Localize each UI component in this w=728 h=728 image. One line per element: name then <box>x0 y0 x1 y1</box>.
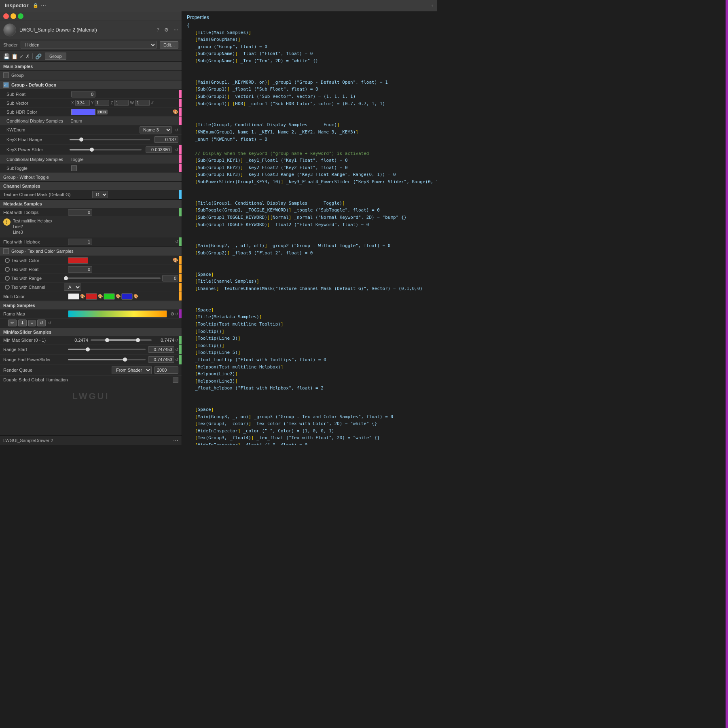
tex-float-input[interactable] <box>68 266 92 273</box>
hdr-picker-icon[interactable]: 🎨 <box>173 109 178 114</box>
ramp-controls-reset[interactable]: ↺ <box>48 321 51 325</box>
tex-color-picker[interactable]: 🎨 <box>173 258 178 263</box>
float-tooltips-input[interactable] <box>68 209 92 216</box>
settings-icon[interactable]: ⚙ <box>164 27 169 33</box>
range-start-input[interactable] <box>148 346 174 353</box>
material-name: LWGUI_Sample Drawer 2 (Material) <box>19 27 153 33</box>
tex-channel-circle <box>5 285 10 290</box>
render-queue-input[interactable] <box>154 366 178 374</box>
group-button[interactable]: Group <box>45 53 66 60</box>
tex-range-thumb[interactable] <box>64 276 68 280</box>
check-icon[interactable]: ✓ <box>19 53 24 59</box>
mc-pick4[interactable]: 🎨 <box>133 294 138 298</box>
tex-color-checkbox[interactable] <box>3 248 9 254</box>
float-helpbox-reset[interactable]: ↺ <box>175 239 178 244</box>
channel-samples-header[interactable]: Channel Samples <box>0 182 182 190</box>
tex-range-input[interactable] <box>162 275 178 281</box>
key3-float-range-track[interactable] <box>70 139 150 140</box>
key3-power-input[interactable] <box>146 146 172 153</box>
ramp-edit-btn[interactable]: ✏ <box>8 320 17 326</box>
maximize-button[interactable] <box>18 13 23 19</box>
range-end-reset[interactable]: ↺ <box>175 358 178 362</box>
ramp-reset[interactable]: ↺ <box>175 312 178 316</box>
range-end-thumb[interactable] <box>123 358 127 362</box>
kwenum-dropdown[interactable]: Name 3 Name 1 Name 2 <box>140 126 172 133</box>
ramp-bar-right <box>179 309 182 318</box>
range-start-reset[interactable]: ↺ <box>175 347 178 352</box>
group-row[interactable]: Group <box>0 70 182 80</box>
save-icon[interactable]: 💾 <box>3 53 10 59</box>
vector-x-input[interactable] <box>75 100 90 106</box>
x-label: X <box>71 101 74 105</box>
ramp-samples-header[interactable]: Ramp Samples <box>0 301 182 309</box>
render-queue-dropdown[interactable]: From Shader Opaque Transparent <box>112 366 152 374</box>
range-end-track[interactable] <box>68 359 146 360</box>
tex-color-group-row[interactable]: Group - Tex and Color Samples <box>0 246 182 256</box>
range-start-track[interactable] <box>68 349 146 350</box>
minmax-header[interactable]: MinMaxSlider Samples <box>0 328 182 336</box>
mc-pick1[interactable]: 🎨 <box>80 294 85 298</box>
close-button[interactable] <box>3 13 9 19</box>
ramp-bar[interactable] <box>68 310 167 317</box>
texture-channel-dropdown[interactable]: G R B A <box>92 191 108 198</box>
tex-color-swatch[interactable] <box>68 257 88 264</box>
group-default-open-row[interactable]: ✓ Group - Default Open <box>0 80 182 90</box>
subtoggle-checkbox[interactable] <box>71 165 77 171</box>
float-tooltips-row: Float with Tooltips <box>0 208 182 217</box>
mc-pick2[interactable]: 🎨 <box>98 294 103 298</box>
x-icon[interactable]: ✗ <box>25 53 30 59</box>
group-checkbox[interactable] <box>3 72 9 78</box>
double-sided-row: Double Sided Global Illumination <box>0 376 182 384</box>
bottom-menu-icon[interactable]: ⋯ <box>173 437 178 443</box>
mc-swatch-blue[interactable] <box>121 293 133 300</box>
float-helpbox-input[interactable] <box>68 239 92 245</box>
main-samples-header[interactable]: Main Samples <box>0 62 182 70</box>
help-icon[interactable]: ? <box>157 27 159 33</box>
lock-icon[interactable]: 🔒 <box>33 3 38 8</box>
ramp-save-btn[interactable]: ⬇ <box>18 320 27 326</box>
conditional-toggle-label: Conditional Display Samples Toggle <box>6 157 178 162</box>
mc-pick3[interactable]: 🎨 <box>116 294 121 298</box>
group-without-toggle-row[interactable]: Group - Without Toggle <box>0 173 182 182</box>
vector-y-input[interactable] <box>95 100 109 106</box>
key3-power-reset[interactable]: ↺ <box>175 148 178 152</box>
tex-channel-dropdown[interactable]: A R G B <box>64 284 81 291</box>
mc-swatch-red[interactable] <box>86 293 97 300</box>
key3-float-range-thumb[interactable] <box>79 138 83 142</box>
mc-swatch-green[interactable] <box>104 293 115 300</box>
minmax-thumb-left[interactable] <box>105 338 109 342</box>
copy-icon[interactable]: 📋 <box>11 53 18 59</box>
warning-icon: ! <box>3 218 11 226</box>
minmax-reset[interactable]: ↺ <box>175 338 178 343</box>
more-header-icon[interactable]: ⋯ <box>41 2 46 8</box>
kwenum-reset[interactable]: ↺ <box>175 128 178 132</box>
double-sided-checkbox[interactable] <box>173 377 178 383</box>
key3-power-track[interactable] <box>70 149 142 150</box>
link-icon[interactable]: 🔗 <box>35 53 42 59</box>
code-panel: Properties { [Title(Main Samples)] [Main… <box>182 11 437 445</box>
minmax-thumb-right[interactable] <box>136 338 140 342</box>
mc-swatch-white[interactable] <box>68 293 79 300</box>
window-controls <box>3 13 23 19</box>
vector-w-input[interactable] <box>135 100 150 106</box>
ramp-refresh-btn[interactable]: ↺ <box>37 320 46 326</box>
sub-float-input[interactable]: 0 <box>71 91 95 97</box>
ramp-add-btn[interactable]: + <box>28 320 36 326</box>
shader-dropdown[interactable]: Hidden <box>21 41 156 49</box>
vector-reset[interactable]: ↺ <box>150 101 154 105</box>
hdr-color-swatch[interactable] <box>71 109 95 115</box>
more-icon[interactable]: ⋯ <box>174 27 178 33</box>
range-start-thumb[interactable] <box>86 347 90 351</box>
shader-edit-button[interactable]: Edit... <box>160 41 178 49</box>
subtoggle-label: SubToggle <box>6 166 71 171</box>
key3-power-thumb[interactable] <box>90 148 94 152</box>
vector-z-input[interactable] <box>114 100 129 106</box>
minmax-track[interactable] <box>91 339 152 341</box>
group-default-open-checkbox[interactable]: ✓ <box>3 82 9 88</box>
minimize-button[interactable] <box>11 13 16 19</box>
range-end-input[interactable] <box>148 356 174 363</box>
subtoggle-bar <box>179 164 182 172</box>
tex-range-track[interactable] <box>64 277 161 279</box>
metadata-samples-header[interactable]: Metadata Samples <box>0 199 182 208</box>
key3-float-range-input[interactable] <box>154 136 178 143</box>
